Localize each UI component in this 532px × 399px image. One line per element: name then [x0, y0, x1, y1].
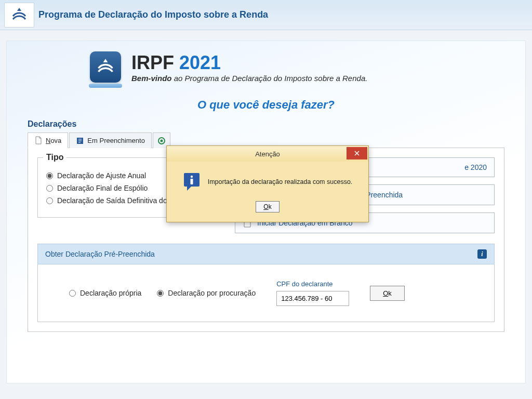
dialog-message: Importação da declaração realizada com s… — [208, 178, 353, 185]
cpf-block: CPF do declarante — [276, 280, 349, 306]
dialog-atencao: Atenção Importação da declaração realiza… — [166, 145, 369, 222]
app-header: Programa de Declaração do Imposto sobre … — [0, 0, 532, 30]
document-icon — [34, 136, 43, 144]
tipo-legend: Tipo — [43, 153, 66, 162]
tab-nova[interactable]: Nova — [28, 132, 68, 148]
cpf-input[interactable] — [276, 291, 349, 306]
receita-logo-icon — [11, 7, 28, 23]
pre-ok-button[interactable]: Ok — [370, 286, 405, 301]
radio-espolio[interactable] — [46, 185, 53, 192]
pre-preenchida-header: Obter Declaração Pré-Preenchida i — [37, 244, 495, 264]
pre-opt-procuracao[interactable]: Declaração por procuração — [157, 289, 256, 297]
svg-rect-7 — [190, 179, 193, 184]
pre-preenchida-body: Declaração própria Declaração por procur… — [37, 264, 495, 322]
tab-em-preenchimento[interactable]: Em Preenchimento — [69, 132, 152, 148]
prompt-heading: O que você deseja fazer? — [28, 98, 504, 112]
radio-saida[interactable] — [46, 197, 53, 204]
app-title: Programa de Declaração do Imposto sobre … — [38, 9, 268, 20]
receita-logo-icon — [96, 58, 115, 76]
app-logo-chip — [4, 3, 34, 28]
pre-opt-propria[interactable]: Declaração própria — [69, 289, 141, 297]
dialog-ok-button[interactable]: Ok — [256, 201, 279, 212]
edit-doc-icon — [76, 137, 84, 145]
svg-marker-1 — [103, 59, 108, 62]
product-title: IRPF 2021 — [131, 52, 367, 74]
close-icon — [354, 150, 360, 156]
svg-marker-0 — [17, 8, 21, 11]
radio-procuracao[interactable] — [157, 290, 164, 297]
info-icon[interactable]: i — [477, 249, 487, 259]
dialog-close-button[interactable] — [347, 147, 367, 159]
info-bubble-icon — [183, 172, 201, 192]
product-subtitle: Bem-vindo ao Programa de Declaração do I… — [131, 74, 367, 83]
product-logo — [90, 51, 121, 83]
dialog-titlebar: Atenção — [167, 146, 368, 162]
section-label: Declarações — [28, 119, 504, 129]
radio-ajuste[interactable] — [46, 172, 53, 179]
cpf-label: CPF do declarante — [276, 280, 349, 288]
dialog-title: Atenção — [255, 150, 280, 158]
radio-propria[interactable] — [69, 290, 76, 297]
svg-point-6 — [190, 176, 192, 178]
circle-icon — [157, 137, 166, 145]
svg-point-4 — [160, 139, 163, 142]
